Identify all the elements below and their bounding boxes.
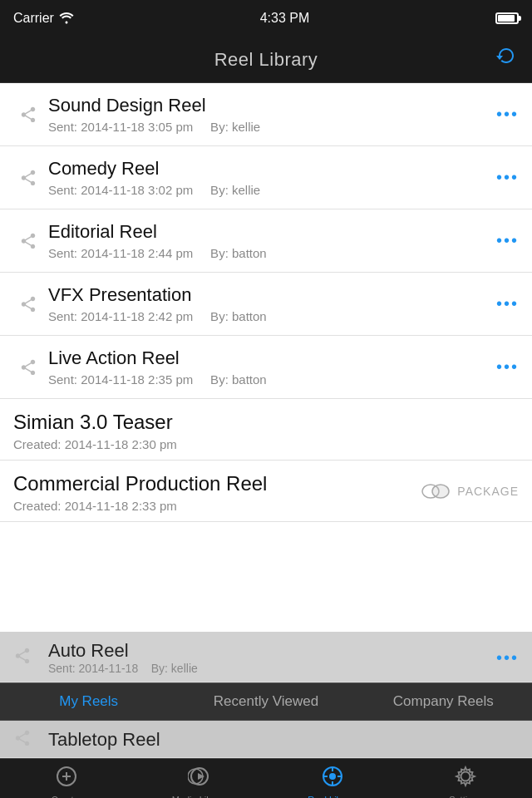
share-icon-container — [13, 295, 43, 313]
reel-item-content: VFX Presentation Sent: 2014-11-18 2:42 p… — [43, 284, 490, 323]
share-icon — [13, 729, 32, 747]
share-icon-container — [13, 106, 43, 124]
settings-icon — [454, 765, 477, 791]
svg-point-9 — [329, 773, 336, 780]
reel-item-local[interactable]: Simian 3.0 Teaser Created: 2014-11-18 2:… — [0, 399, 532, 461]
reel-item-meta: Sent: 2014-11-18 2:44 pm By: batton — [48, 246, 490, 260]
partial-reel-item-2: Tabletop Reel — [0, 721, 532, 758]
status-bar: Carrier 4:33 PM — [0, 0, 532, 37]
reel-item-title: Comedy Reel — [48, 158, 490, 180]
tab-media-label: Media Library — [172, 795, 228, 799]
reel-item-title: Editorial Reel — [48, 221, 490, 243]
reel-item-content: Sound Design Reel Sent: 2014-11-18 3:05 … — [43, 95, 490, 134]
share-icon — [19, 232, 37, 250]
package-badge: PACKAGE — [421, 483, 519, 500]
partial-title: Auto Reel — [48, 640, 496, 662]
more-button[interactable]: ••• — [490, 294, 519, 313]
reel-item-meta: Sent: 2014-11-18 2:35 pm By: batton — [48, 372, 490, 387]
reel-item[interactable]: Editorial Reel Sent: 2014-11-18 2:44 pm … — [0, 209, 532, 273]
package-icon — [421, 483, 451, 500]
share-icon — [19, 169, 37, 187]
reel-item-meta: Created: 2014-11-18 2:30 pm — [13, 437, 519, 451]
tab-my-reels[interactable]: My Reels — [0, 683, 177, 720]
media-library-icon — [188, 765, 211, 791]
tab-bar: Creator Media Library — [0, 758, 532, 798]
share-icon — [19, 295, 37, 313]
reel-item-title: Simian 3.0 Teaser — [13, 411, 519, 434]
refresh-button[interactable] — [494, 44, 519, 75]
battery-icon — [495, 12, 519, 24]
more-button[interactable]: ••• — [496, 648, 519, 667]
package-label: PACKAGE — [457, 485, 519, 498]
more-button[interactable]: ••• — [490, 231, 519, 250]
tab-recently-viewed[interactable]: Recently Viewed — [177, 683, 354, 720]
tab-settings-label: Settings — [449, 795, 482, 799]
carrier-label: Carrier — [13, 11, 54, 26]
wifi-icon — [59, 12, 74, 24]
reel-item-content: Comedy Reel Sent: 2014-11-18 3:02 pm By:… — [43, 158, 490, 197]
tab-overlay: Auto Reel Sent: 2014-11-18 By: kellie ••… — [0, 632, 532, 798]
reel-item-meta: Sent: 2014-11-18 3:02 pm By: kellie — [48, 183, 490, 197]
reel-item-title: Live Action Reel — [48, 347, 490, 369]
tab-recently-viewed-label: Recently Viewed — [214, 693, 318, 710]
tab-company-reels-label: Company Reels — [393, 693, 494, 710]
tab-my-reels-label: My Reels — [59, 693, 118, 710]
share-icon — [19, 358, 37, 377]
svg-point-1 — [432, 485, 449, 498]
more-button[interactable]: ••• — [490, 357, 519, 377]
reel-item-title: VFX Presentation — [48, 284, 490, 306]
share-icon-container — [13, 358, 43, 377]
reel-item-meta: Sent: 2014-11-18 3:05 pm By: kellie — [48, 120, 490, 134]
reel-item-local[interactable]: Commercial Production Reel Created: 2014… — [0, 461, 532, 522]
reel-item-content: Editorial Reel Sent: 2014-11-18 2:44 pm … — [43, 221, 490, 260]
carrier-wifi: Carrier — [13, 11, 74, 26]
tab-company-reels[interactable]: Company Reels — [355, 683, 532, 720]
more-button[interactable]: ••• — [490, 105, 519, 124]
svg-marker-7 — [198, 773, 204, 780]
reel-item-title: Commercial Production Reel — [13, 472, 382, 495]
partial-reel-item: Auto Reel Sent: 2014-11-18 By: kellie ••… — [0, 632, 532, 682]
tab-creator[interactable]: Creator — [0, 759, 133, 798]
reel-item-content: Live Action Reel Sent: 2014-11-18 2:35 p… — [43, 347, 490, 387]
nav-title: Reel Library — [214, 49, 318, 71]
creator-icon — [55, 765, 78, 791]
reel-item-title: Sound Design Reel — [48, 95, 490, 116]
reel-item[interactable]: Comedy Reel Sent: 2014-11-18 3:02 pm By:… — [0, 146, 532, 209]
reel-item-meta: Created: 2014-11-18 2:33 pm — [13, 499, 382, 513]
content-area: Sound Design Reel Sent: 2014-11-18 3:05 … — [0, 83, 532, 708]
reel-library-icon — [321, 765, 344, 791]
time-label: 4:33 PM — [260, 11, 310, 26]
tab-reel-label: Reel Library — [308, 795, 357, 799]
more-button[interactable]: ••• — [490, 168, 519, 187]
share-icon-container — [13, 169, 43, 187]
tab-reel-library[interactable]: Reel Library — [266, 759, 399, 798]
tab-creator-label: Creator — [52, 795, 82, 799]
share-icon-container — [13, 232, 43, 250]
partial-title-2: Tabletop Reel — [48, 729, 519, 751]
share-icon — [19, 106, 37, 124]
reel-item[interactable]: VFX Presentation Sent: 2014-11-18 2:42 p… — [0, 273, 532, 336]
reel-item[interactable]: Sound Design Reel Sent: 2014-11-18 3:05 … — [0, 83, 532, 146]
partial-meta: Sent: 2014-11-18 By: kellie — [48, 662, 496, 675]
tab-sub-bar: My Reels Recently Viewed Company Reels — [0, 682, 532, 721]
reel-item[interactable]: Live Action Reel Sent: 2014-11-18 2:35 p… — [0, 336, 532, 399]
reel-item-meta: Sent: 2014-11-18 2:42 pm By: batton — [48, 309, 490, 323]
nav-bar: Reel Library — [0, 37, 532, 83]
tab-media-library[interactable]: Media Library — [133, 759, 266, 798]
share-icon — [13, 647, 32, 665]
tab-settings[interactable]: Settings — [399, 759, 532, 798]
